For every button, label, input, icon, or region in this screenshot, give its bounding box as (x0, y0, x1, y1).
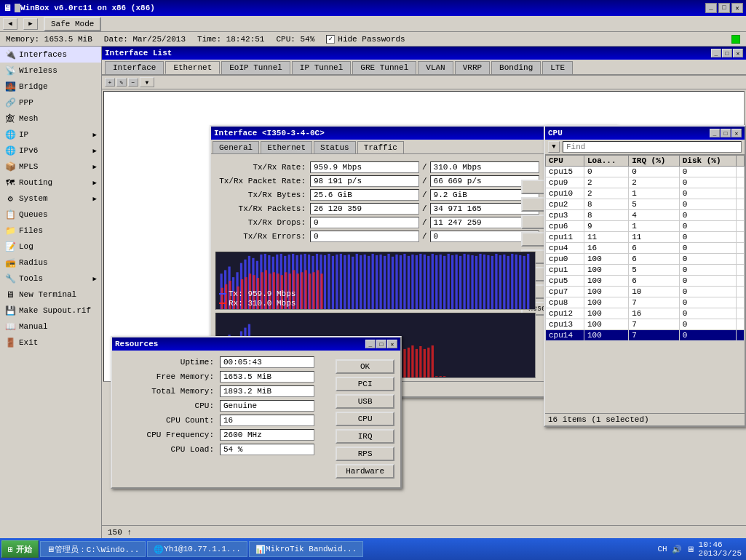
sidebar-item-manual[interactable]: 📖 Manual (0, 319, 101, 335)
sidebar-item-make-supout[interactable]: 💾 Make Supout.rif (0, 303, 101, 319)
cpu-minimize-btn[interactable]: _ (710, 129, 720, 137)
cpu-cell-0: cpu6 (546, 221, 584, 232)
tab-general[interactable]: General (213, 141, 259, 153)
tx-drops-input[interactable] (310, 217, 419, 228)
cpu-filter-icon[interactable]: ▼ (548, 141, 560, 153)
cpu-table-row[interactable]: cpu10210 (546, 188, 745, 199)
sidebar-item-mpls[interactable]: 📦 MPLS ▶ (0, 159, 101, 175)
start-button[interactable]: ⊞ 开始 (1, 540, 39, 558)
toolbar-filter-btn[interactable]: ▼ (140, 77, 154, 87)
res-rps-btn[interactable]: RPS (336, 447, 394, 461)
cpu-count-input[interactable] (220, 415, 314, 426)
res-pci-btn[interactable]: PCI (336, 377, 394, 391)
tab-eoip[interactable]: EoIP Tunnel (221, 61, 290, 74)
tab-traffic[interactable]: Traffic (357, 141, 404, 153)
cpu-search-input[interactable] (563, 141, 742, 153)
tab-ip-tunnel[interactable]: IP Tunnel (292, 61, 351, 74)
svg-rect-55 (440, 255, 442, 309)
tab-vrrp[interactable]: VRRP (455, 61, 490, 74)
cpu-table-row[interactable]: cpu1410070 (546, 330, 745, 341)
cpu-table-row[interactable]: cpu41660 (546, 243, 745, 254)
tx-packets-input[interactable] (310, 203, 419, 215)
ilist-maximize-btn[interactable]: □ (722, 49, 732, 57)
minimize-button[interactable]: _ (705, 3, 717, 13)
tab-gre-tunnel[interactable]: GRE Tunnel (352, 61, 416, 74)
cpu-table-row[interactable]: cpu110050 (546, 265, 745, 276)
res-irq-btn[interactable]: IRQ (336, 429, 394, 444)
hide-passwords-checkbox[interactable] (326, 35, 335, 44)
cpu-table-row[interactable]: cpu3840 (546, 210, 745, 221)
toolbar-del-btn[interactable]: − (128, 78, 138, 87)
res-hardware-btn[interactable]: Hardware (336, 464, 394, 479)
taskbar-item-mikrotik[interactable]: 🌐 Yh1@10.77.1.1... (147, 541, 247, 557)
tab-bonding[interactable]: Bonding (491, 61, 541, 74)
col-load: Loa... (584, 156, 628, 167)
forward-button[interactable]: ▶ (23, 18, 38, 30)
cpu-table-row[interactable]: cpu2850 (546, 199, 745, 210)
sidebar-item-ppp[interactable]: 🔗 PPP (0, 95, 101, 111)
cpu-load-input[interactable] (220, 444, 314, 455)
resources-close-btn[interactable]: ✕ (387, 340, 397, 348)
sidebar-item-new-terminal[interactable]: 🖥 New Terminal (0, 287, 101, 303)
sidebar-item-routing[interactable]: 🗺 Routing ▶ (0, 175, 101, 191)
toolbar-add-btn[interactable]: + (105, 78, 115, 87)
sidebar-item-radius[interactable]: 📻 Radius (0, 255, 101, 271)
ilist-minimize-btn[interactable]: _ (711, 49, 721, 57)
tab-status[interactable]: Status (314, 141, 356, 153)
cpu-table-row[interactable]: cpu810070 (546, 297, 745, 308)
cpu-freq-input[interactable] (220, 429, 314, 441)
res-usb-btn[interactable]: USB (336, 394, 394, 409)
sidebar-item-exit[interactable]: 🚪 Exit (0, 335, 101, 351)
sidebar-item-log[interactable]: 📝 Log (0, 239, 101, 255)
cpu-table-row[interactable]: cpu15000 (546, 167, 745, 177)
cpu-table-row[interactable]: cpu7100100 (546, 287, 745, 297)
cpu-table-row[interactable]: cpu12100160 (546, 308, 745, 319)
sidebar-item-system[interactable]: ⚙ System ▶ (0, 191, 101, 207)
sidebar-item-bridge[interactable]: 🌉 Bridge (0, 79, 101, 95)
cpu-maximize-btn[interactable]: □ (721, 129, 731, 137)
tab-vlan[interactable]: VLAN (418, 61, 453, 74)
sidebar-item-mesh[interactable]: 🕸 Mesh (0, 111, 101, 127)
cpu-close-btn[interactable]: ✕ (731, 129, 742, 137)
tx-rx-packet-rate-value: / (310, 175, 539, 187)
tab-ethernet[interactable]: Ethernet (165, 61, 220, 74)
maximize-button[interactable]: □ (718, 3, 730, 13)
sidebar-item-tools[interactable]: 🔧 Tools ▶ (0, 271, 101, 287)
tab-ethernet-detail[interactable]: Ethernet (261, 141, 312, 153)
rx-rate-input[interactable] (430, 161, 539, 173)
cpu-table-row[interactable]: cpu9220 (546, 177, 745, 188)
taskbar-item-bandwidth[interactable]: 📊 MikroTik Bandwid... (249, 541, 363, 557)
cpu-input[interactable] (220, 400, 314, 412)
free-memory-input[interactable] (220, 371, 314, 383)
sidebar-item-interfaces[interactable]: 🔌 Interfaces (0, 47, 101, 63)
tx-rate-input[interactable] (310, 161, 419, 173)
tx-errors-input[interactable] (310, 231, 419, 242)
svg-rect-62 (467, 255, 469, 309)
cpu-table-row[interactable]: cpu010060 (546, 254, 745, 265)
close-button[interactable]: ✕ (731, 3, 743, 13)
sidebar-item-ip[interactable]: 🌐 IP ▶ (0, 127, 101, 143)
tab-lte[interactable]: LTE (542, 61, 573, 74)
resources-minimize-btn[interactable]: _ (365, 340, 376, 348)
cpu-table-row[interactable]: cpu1111110 (546, 232, 745, 243)
cpu-table-row[interactable]: cpu510060 (546, 276, 745, 287)
tab-interface[interactable]: Interface (105, 61, 164, 74)
taskbar-item-terminal[interactable]: 🖥 管理员：C:\Windo... (40, 541, 146, 557)
toolbar-edit-btn[interactable]: ✎ (116, 78, 127, 87)
safe-mode-button[interactable]: Safe Mode (44, 17, 101, 31)
uptime-input[interactable] (220, 356, 314, 368)
total-memory-input[interactable] (220, 385, 314, 397)
tx-packet-rate-input[interactable] (310, 175, 419, 187)
sidebar-item-wireless[interactable]: 📡 Wireless (0, 63, 101, 79)
sidebar-item-ipv6[interactable]: 🌐 IPv6 ▶ (0, 143, 101, 159)
ilist-close-btn[interactable]: ✕ (733, 49, 743, 57)
back-button[interactable]: ◀ (3, 18, 17, 30)
sidebar-item-files[interactable]: 📁 Files (0, 223, 101, 239)
tx-bytes-input[interactable] (310, 189, 419, 201)
cpu-table-row[interactable]: cpu6910 (546, 221, 745, 232)
res-cpu-btn[interactable]: CPU (336, 412, 394, 426)
resources-maximize-btn[interactable]: □ (376, 340, 386, 348)
res-ok-btn[interactable]: OK (336, 359, 394, 374)
sidebar-item-queues[interactable]: 📋 Queues (0, 207, 101, 223)
cpu-table-row[interactable]: cpu1310070 (546, 319, 745, 330)
